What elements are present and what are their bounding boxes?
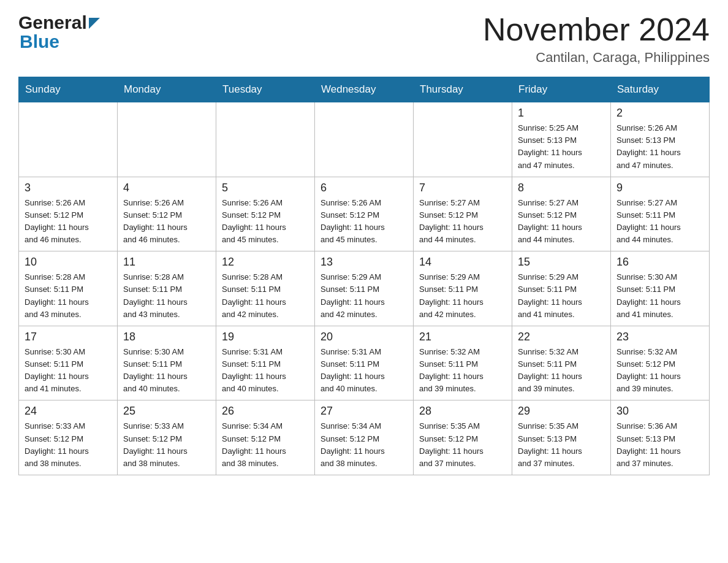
day-number: 19	[222, 331, 309, 343]
day-info: Sunrise: 5:26 AM Sunset: 5:12 PM Dayligh…	[320, 197, 408, 247]
calendar-table: SundayMondayTuesdayWednesdayThursdayFrid…	[18, 77, 710, 475]
day-info: Sunrise: 5:35 AM Sunset: 5:13 PM Dayligh…	[518, 420, 605, 470]
calendar-cell	[216, 102, 315, 177]
day-info: Sunrise: 5:32 AM Sunset: 5:11 PM Dayligh…	[518, 346, 605, 396]
calendar-cell: 25Sunrise: 5:33 AM Sunset: 5:12 PM Dayli…	[118, 400, 216, 475]
day-info: Sunrise: 5:29 AM Sunset: 5:11 PM Dayligh…	[320, 271, 408, 321]
calendar-cell: 13Sunrise: 5:29 AM Sunset: 5:11 PM Dayli…	[315, 251, 414, 326]
calendar-cell: 29Sunrise: 5:35 AM Sunset: 5:13 PM Dayli…	[512, 400, 611, 475]
weekday-header-sunday: Sunday	[19, 77, 118, 102]
day-number: 26	[222, 405, 309, 418]
day-number: 1	[518, 107, 605, 120]
calendar-cell: 26Sunrise: 5:34 AM Sunset: 5:12 PM Dayli…	[216, 400, 315, 475]
location-subtitle: Cantilan, Caraga, Philippines	[483, 50, 710, 66]
day-number: 30	[616, 405, 703, 418]
calendar-cell: 24Sunrise: 5:33 AM Sunset: 5:12 PM Dayli…	[19, 400, 118, 475]
calendar-cell: 30Sunrise: 5:36 AM Sunset: 5:13 PM Dayli…	[611, 400, 710, 475]
day-info: Sunrise: 5:36 AM Sunset: 5:13 PM Dayligh…	[616, 420, 703, 470]
logo: General Blue	[18, 12, 100, 52]
day-number: 10	[25, 256, 112, 269]
calendar-cell: 19Sunrise: 5:31 AM Sunset: 5:11 PM Dayli…	[216, 326, 315, 400]
calendar-cell: 5Sunrise: 5:26 AM Sunset: 5:12 PM Daylig…	[216, 177, 315, 251]
day-info: Sunrise: 5:26 AM Sunset: 5:13 PM Dayligh…	[616, 122, 703, 172]
day-info: Sunrise: 5:34 AM Sunset: 5:12 PM Dayligh…	[222, 420, 309, 470]
day-number: 27	[320, 405, 408, 418]
calendar-cell: 14Sunrise: 5:29 AM Sunset: 5:11 PM Dayli…	[414, 251, 512, 326]
day-info: Sunrise: 5:30 AM Sunset: 5:11 PM Dayligh…	[123, 346, 210, 396]
day-info: Sunrise: 5:26 AM Sunset: 5:12 PM Dayligh…	[222, 197, 309, 247]
calendar-cell: 16Sunrise: 5:30 AM Sunset: 5:11 PM Dayli…	[611, 251, 710, 326]
calendar-cell: 15Sunrise: 5:29 AM Sunset: 5:11 PM Dayli…	[512, 251, 611, 326]
weekday-header-wednesday: Wednesday	[315, 77, 414, 102]
day-number: 29	[518, 405, 605, 418]
day-number: 28	[419, 405, 506, 418]
day-number: 18	[123, 331, 210, 343]
day-info: Sunrise: 5:26 AM Sunset: 5:12 PM Dayligh…	[25, 197, 112, 247]
calendar-cell: 9Sunrise: 5:27 AM Sunset: 5:11 PM Daylig…	[611, 177, 710, 251]
week-row-3: 10Sunrise: 5:28 AM Sunset: 5:11 PM Dayli…	[19, 251, 710, 326]
day-number: 6	[320, 182, 408, 194]
day-info: Sunrise: 5:30 AM Sunset: 5:11 PM Dayligh…	[616, 271, 703, 321]
calendar-cell: 23Sunrise: 5:32 AM Sunset: 5:12 PM Dayli…	[611, 326, 710, 400]
calendar-cell: 21Sunrise: 5:32 AM Sunset: 5:11 PM Dayli…	[414, 326, 512, 400]
weekday-header-saturday: Saturday	[611, 77, 710, 102]
day-info: Sunrise: 5:27 AM Sunset: 5:11 PM Dayligh…	[616, 197, 703, 247]
day-info: Sunrise: 5:28 AM Sunset: 5:11 PM Dayligh…	[123, 271, 210, 321]
calendar-cell: 10Sunrise: 5:28 AM Sunset: 5:11 PM Dayli…	[19, 251, 118, 326]
day-number: 3	[25, 182, 112, 194]
calendar-cell: 7Sunrise: 5:27 AM Sunset: 5:12 PM Daylig…	[414, 177, 512, 251]
week-row-2: 3Sunrise: 5:26 AM Sunset: 5:12 PM Daylig…	[19, 177, 710, 251]
week-row-5: 24Sunrise: 5:33 AM Sunset: 5:12 PM Dayli…	[19, 400, 710, 475]
logo-blue-text: Blue	[20, 31, 59, 52]
day-number: 5	[222, 182, 309, 194]
weekday-header-row: SundayMondayTuesdayWednesdayThursdayFrid…	[19, 77, 710, 102]
calendar-cell: 11Sunrise: 5:28 AM Sunset: 5:11 PM Dayli…	[118, 251, 216, 326]
day-number: 4	[123, 182, 210, 194]
day-info: Sunrise: 5:31 AM Sunset: 5:11 PM Dayligh…	[222, 346, 309, 396]
day-number: 12	[222, 256, 309, 269]
day-info: Sunrise: 5:33 AM Sunset: 5:12 PM Dayligh…	[123, 420, 210, 470]
day-info: Sunrise: 5:31 AM Sunset: 5:11 PM Dayligh…	[320, 346, 408, 396]
calendar-cell	[19, 102, 118, 177]
weekday-header-thursday: Thursday	[414, 77, 512, 102]
day-info: Sunrise: 5:29 AM Sunset: 5:11 PM Dayligh…	[518, 271, 605, 321]
day-number: 2	[616, 107, 703, 120]
calendar-cell: 20Sunrise: 5:31 AM Sunset: 5:11 PM Dayli…	[315, 326, 414, 400]
calendar-cell: 6Sunrise: 5:26 AM Sunset: 5:12 PM Daylig…	[315, 177, 414, 251]
calendar-cell: 18Sunrise: 5:30 AM Sunset: 5:11 PM Dayli…	[118, 326, 216, 400]
week-row-1: 1Sunrise: 5:25 AM Sunset: 5:13 PM Daylig…	[19, 102, 710, 177]
day-info: Sunrise: 5:33 AM Sunset: 5:12 PM Dayligh…	[25, 420, 112, 470]
day-info: Sunrise: 5:34 AM Sunset: 5:12 PM Dayligh…	[320, 420, 408, 470]
day-number: 8	[518, 182, 605, 194]
title-area: November 2024 Cantilan, Caraga, Philippi…	[483, 12, 710, 66]
day-number: 24	[25, 405, 112, 418]
day-number: 20	[320, 331, 408, 343]
day-info: Sunrise: 5:26 AM Sunset: 5:12 PM Dayligh…	[123, 197, 210, 247]
logo-general-text: General	[18, 12, 87, 33]
day-info: Sunrise: 5:25 AM Sunset: 5:13 PM Dayligh…	[518, 122, 605, 172]
calendar-cell: 4Sunrise: 5:26 AM Sunset: 5:12 PM Daylig…	[118, 177, 216, 251]
calendar-cell	[118, 102, 216, 177]
day-info: Sunrise: 5:28 AM Sunset: 5:11 PM Dayligh…	[25, 271, 112, 321]
week-row-4: 17Sunrise: 5:30 AM Sunset: 5:11 PM Dayli…	[19, 326, 710, 400]
calendar-cell: 27Sunrise: 5:34 AM Sunset: 5:12 PM Dayli…	[315, 400, 414, 475]
day-number: 17	[25, 331, 112, 343]
day-number: 16	[616, 256, 703, 269]
calendar-cell: 1Sunrise: 5:25 AM Sunset: 5:13 PM Daylig…	[512, 102, 611, 177]
page-header: General Blue November 2024 Cantilan, Car…	[18, 12, 710, 66]
weekday-header-monday: Monday	[118, 77, 216, 102]
month-year-title: November 2024	[483, 12, 710, 47]
calendar-cell: 12Sunrise: 5:28 AM Sunset: 5:11 PM Dayli…	[216, 251, 315, 326]
calendar-cell: 22Sunrise: 5:32 AM Sunset: 5:11 PM Dayli…	[512, 326, 611, 400]
calendar-cell: 17Sunrise: 5:30 AM Sunset: 5:11 PM Dayli…	[19, 326, 118, 400]
day-number: 25	[123, 405, 210, 418]
day-number: 7	[419, 182, 506, 194]
day-number: 11	[123, 256, 210, 269]
day-info: Sunrise: 5:27 AM Sunset: 5:12 PM Dayligh…	[518, 197, 605, 247]
day-info: Sunrise: 5:28 AM Sunset: 5:11 PM Dayligh…	[222, 271, 309, 321]
day-info: Sunrise: 5:32 AM Sunset: 5:12 PM Dayligh…	[616, 346, 703, 396]
weekday-header-friday: Friday	[512, 77, 611, 102]
day-info: Sunrise: 5:30 AM Sunset: 5:11 PM Dayligh…	[25, 346, 112, 396]
day-number: 21	[419, 331, 506, 343]
day-info: Sunrise: 5:32 AM Sunset: 5:11 PM Dayligh…	[419, 346, 506, 396]
